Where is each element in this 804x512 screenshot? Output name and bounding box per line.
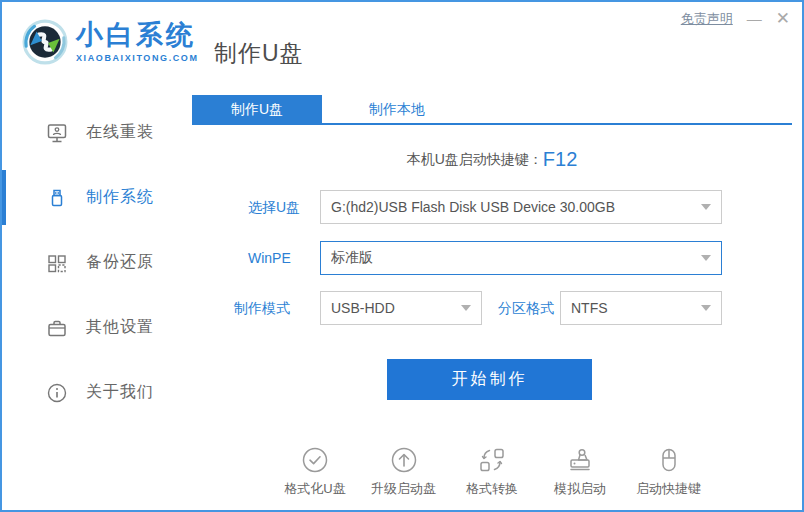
winpe-select[interactable]: 标准版 [320, 241, 722, 275]
tool-label: 格式转换 [466, 480, 518, 498]
tool-label: 格式化U盘 [284, 480, 345, 498]
briefcase-settings-icon [46, 317, 68, 339]
dropdown-arrow-icon [701, 305, 711, 311]
tab-make-usb[interactable]: 制作U盘 [192, 95, 322, 125]
sidebar-item-online-reinstall[interactable]: 在线重装 [2, 100, 192, 165]
usb-drive-icon [46, 187, 68, 209]
winpe-select-value: 标准版 [331, 249, 693, 267]
start-make-button[interactable]: 开始制作 [387, 359, 592, 400]
close-button[interactable]: ✕ [776, 10, 790, 28]
sidebar-item-about-us[interactable]: 关于我们 [2, 360, 192, 425]
stamp-icon [566, 446, 594, 474]
brand-text: 小白系统 XIAOBAIXITONG.COM [76, 22, 199, 63]
sidebar-item-other-settings[interactable]: 其他设置 [2, 295, 192, 360]
brand-logo-icon [22, 19, 68, 65]
tool-boot-hotkey[interactable]: 启动快捷键 [636, 446, 701, 498]
convert-swap-icon [478, 446, 506, 474]
sidebar-item-label: 备份还原 [86, 252, 154, 273]
footer-tools: 格式化U盘 升级启动盘 格式转换 [192, 446, 792, 498]
sidebar-item-label: 其他设置 [86, 317, 154, 338]
sidebar-item-label: 制作系统 [86, 187, 154, 208]
brand-logo: 小白系统 XIAOBAIXITONG.COM [22, 19, 199, 65]
partition-select[interactable]: NTFS [560, 291, 722, 325]
boot-hotkey-value: F12 [543, 148, 577, 170]
sidebar-item-backup-restore[interactable]: 备份还原 [2, 230, 192, 295]
dropdown-arrow-icon [701, 204, 711, 210]
tab-make-local[interactable]: 制作本地 [322, 95, 472, 125]
titlebar: 免责声明 — ✕ [681, 10, 790, 28]
app-window: 小白系统 XIAOBAIXITONG.COM 制作U盘 免责声明 — ✕ 在线重… [0, 0, 804, 512]
boot-hotkey-line: 本机U盘启动快捷键：F12 [192, 148, 792, 171]
mouse-icon [655, 446, 683, 474]
check-circle-icon [301, 446, 329, 474]
tool-label: 启动快捷键 [636, 480, 701, 498]
sidebar-item-make-system[interactable]: 制作系统 [2, 165, 192, 230]
sidebar-item-label: 在线重装 [86, 122, 154, 143]
boot-hotkey-label: 本机U盘启动快捷键： [407, 151, 543, 167]
mode-select-value: USB-HDD [331, 300, 453, 316]
usb-select-label: 选择U盘 [248, 190, 300, 224]
dropdown-arrow-icon [461, 305, 471, 311]
backup-restore-icon [46, 252, 68, 274]
sidebar: 在线重装 制作系统 备份还原 [2, 100, 192, 425]
tab-bar: 制作U盘 制作本地 [192, 95, 792, 125]
sidebar-item-label: 关于我们 [86, 382, 154, 403]
brand-name: 小白系统 [76, 22, 199, 49]
winpe-select-label: WinPE [248, 241, 291, 275]
page-title: 制作U盘 [214, 38, 304, 69]
arrow-up-circle-icon [390, 446, 418, 474]
tool-simulate-boot[interactable]: 模拟启动 [548, 446, 612, 498]
tool-label: 升级启动盘 [371, 480, 436, 498]
minimize-button[interactable]: — [747, 10, 762, 28]
info-circle-icon [46, 382, 68, 404]
tool-label: 模拟启动 [554, 480, 606, 498]
usb-select-value: G:(hd2)USB Flash Disk USB Device 30.00GB [331, 199, 693, 215]
mode-select[interactable]: USB-HDD [320, 291, 482, 325]
tool-format-usb[interactable]: 格式化U盘 [283, 446, 347, 498]
partition-select-label: 分区格式 [498, 291, 554, 325]
partition-select-value: NTFS [571, 300, 693, 316]
tool-upgrade-boot-disk[interactable]: 升级启动盘 [371, 446, 436, 498]
brand-domain: XIAOBAIXITONG.COM [76, 53, 199, 63]
usb-select[interactable]: G:(hd2)USB Flash Disk USB Device 30.00GB [320, 190, 722, 224]
monitor-reinstall-icon [46, 122, 68, 144]
disclaimer-link[interactable]: 免责声明 [681, 10, 733, 28]
tool-format-convert[interactable]: 格式转换 [460, 446, 524, 498]
mode-select-label: 制作模式 [234, 291, 290, 325]
dropdown-arrow-icon [701, 255, 711, 261]
